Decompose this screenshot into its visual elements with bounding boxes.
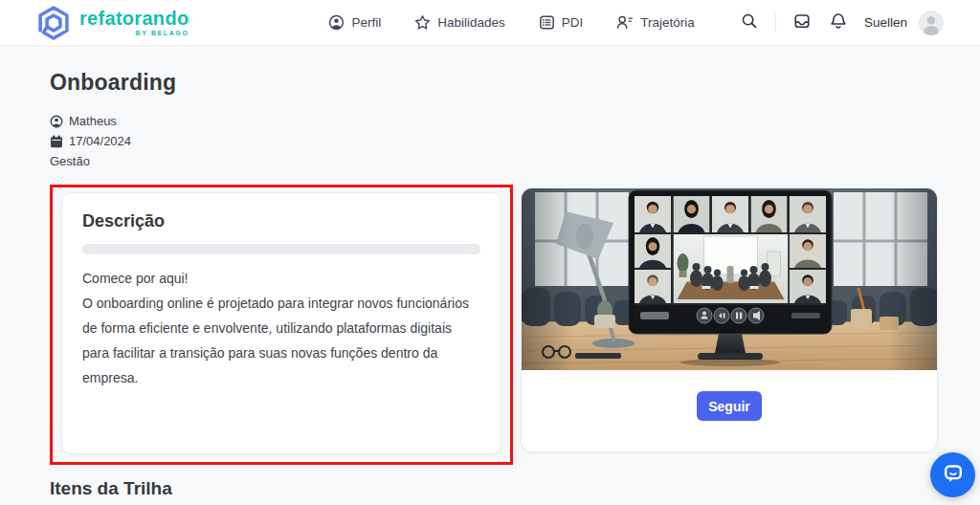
user-circle-icon <box>50 115 63 128</box>
nav-item-label: Trajetória <box>640 15 695 30</box>
description-card: Descrição Comece por aqui!O onboarding o… <box>61 192 501 454</box>
bell-icon <box>830 12 847 33</box>
meta-category-label: Gestão <box>50 154 90 168</box>
brand-name: refatorando <box>79 9 189 28</box>
user-circle-icon <box>328 14 345 31</box>
description-title: Descrição <box>82 211 480 231</box>
inbox-button[interactable] <box>791 11 813 34</box>
nav-item-habilidades[interactable]: Habilidades <box>414 14 505 31</box>
description-text: Comece por aqui!O onboarding online é pr… <box>82 266 480 390</box>
avatar <box>919 11 944 35</box>
media-card: Seguir <box>521 187 938 452</box>
user-menu[interactable]: Suellen <box>864 11 944 35</box>
follow-button[interactable]: Seguir <box>697 391 762 421</box>
inbox-icon <box>793 12 811 33</box>
nav-item-label: Perfil <box>351 15 381 30</box>
brand-tagline: BY BELAGO <box>136 30 189 36</box>
chat-fab[interactable] <box>930 452 975 497</box>
star-icon <box>414 14 431 31</box>
main-content: Onboarding Matheus 17/04/2024 Gestão Des… <box>0 70 980 499</box>
list-box-icon <box>539 14 555 31</box>
page-title: Onboarding <box>50 70 980 96</box>
nav-item-pdi[interactable]: PDI <box>539 14 584 31</box>
page-meta: Matheus 17/04/2024 Gestão <box>50 111 980 171</box>
user-lines-icon <box>616 14 634 31</box>
description-intro: Comece por aqui! <box>82 271 189 286</box>
description-progress-pill <box>82 244 480 254</box>
description-body: O onboarding online é projetado para int… <box>82 296 469 385</box>
user-name: Suellen <box>864 15 907 30</box>
chat-icon <box>942 462 965 488</box>
media-actions: Seguir <box>522 370 937 451</box>
brand-logo[interactable]: refatorando BY BELAGO <box>34 3 189 42</box>
meta-owner-label: Matheus <box>69 114 117 128</box>
main-nav: Perfil Habilidades PDI Trajetória <box>328 14 694 31</box>
search-button[interactable] <box>739 11 760 34</box>
video-conference-image <box>522 188 937 370</box>
brand-logo-icon <box>34 3 73 42</box>
meta-date-label: 17/04/2024 <box>69 134 131 148</box>
trail-items-title: Itens da Trilha <box>50 478 980 499</box>
cards-row: Descrição Comece por aqui!O onboarding o… <box>50 185 980 465</box>
annotation-highlight-box: Descrição Comece por aqui!O onboarding o… <box>50 185 513 465</box>
nav-actions: Suellen <box>739 11 944 35</box>
nav-item-perfil[interactable]: Perfil <box>328 14 381 31</box>
top-navbar: refatorando BY BELAGO Perfil Habilidades… <box>0 0 980 46</box>
meta-owner: Matheus <box>50 111 980 131</box>
nav-item-label: Habilidades <box>437 15 505 30</box>
nav-item-label: PDI <box>562 15 584 30</box>
nav-divider <box>775 13 776 33</box>
meta-date: 17/04/2024 <box>50 131 980 151</box>
nav-item-trajetoria[interactable]: Trajetória <box>616 14 695 31</box>
search-icon <box>741 12 758 33</box>
notifications-button[interactable] <box>828 11 849 34</box>
meta-category: Gestão <box>50 151 980 171</box>
calendar-icon <box>50 135 63 148</box>
